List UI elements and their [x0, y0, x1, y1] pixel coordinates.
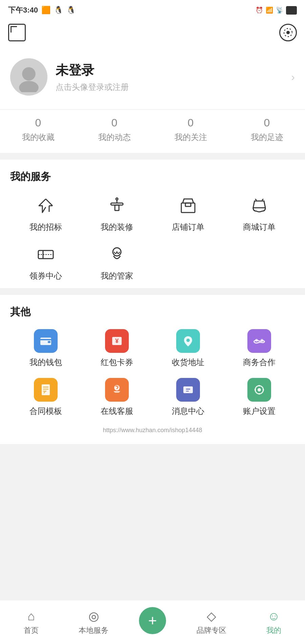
settings-icon	[283, 28, 293, 37]
service-grid: 我的招标 我的装修 店铺订单	[10, 194, 295, 281]
service-bid[interactable]: 我的招标	[10, 194, 81, 233]
svg-rect-12	[185, 203, 191, 206]
svg-point-24	[186, 339, 190, 342]
butler-icon-wrap	[105, 243, 129, 266]
watermark: https://www.huzhan.com/ishop14448	[10, 423, 295, 437]
nav-brand-label: 品牌专区	[197, 625, 226, 636]
contract-icon	[39, 383, 53, 397]
stat-num-footprint: 0	[264, 117, 270, 129]
profile-hint: 点击头像登录或注册	[56, 82, 295, 93]
profile-name: 未登录	[56, 62, 295, 79]
stat-label-favorites: 我的收藏	[22, 132, 55, 143]
alarm-icon: ⏰	[256, 6, 263, 14]
other-account-settings[interactable]: 账户设置	[224, 378, 295, 417]
account-settings-icon-wrap	[247, 378, 271, 402]
message-label: 消息中心	[172, 406, 204, 417]
stats-section: 0 我的收藏 0 我的动态 0 我的关注 0 我的足迹	[0, 110, 305, 153]
other-contract[interactable]: 合同模板	[10, 378, 81, 417]
business-icon	[252, 334, 266, 348]
address-icon	[181, 334, 195, 348]
service-shop-order[interactable]: 商城订单	[224, 194, 295, 233]
stat-footprint[interactable]: 0 我的足迹	[251, 117, 283, 143]
service-butler[interactable]: 我的管家	[81, 243, 152, 281]
wallet-icon	[39, 334, 53, 348]
svg-rect-20	[40, 339, 51, 340]
my-services-title: 我的服务	[10, 170, 295, 184]
address-label: 收货地址	[172, 357, 204, 368]
service-renovation-label: 我的装修	[101, 222, 133, 233]
svg-point-26	[261, 339, 263, 342]
shop-order-icon-wrap	[247, 194, 271, 218]
renovation-icon-wrap	[105, 194, 129, 218]
qq-icon: 🐧	[54, 6, 63, 15]
wifi-icon: 📡	[276, 6, 283, 14]
redpacket-icon: ¥	[110, 334, 124, 348]
status-time: 下午3:40 🟧 🐧 🐧	[8, 5, 76, 15]
other-online-service[interactable]: 在线客服	[81, 378, 152, 417]
online-service-icon-wrap	[105, 378, 129, 402]
service-renovation[interactable]: 我的装修	[81, 194, 152, 233]
avatar[interactable]	[10, 58, 47, 96]
settings-button[interactable]	[279, 24, 297, 41]
other-redpacket[interactable]: ¥ 红包卡券	[81, 329, 152, 368]
service-store-order-label: 店铺订单	[172, 222, 204, 233]
account-settings-label: 账户设置	[243, 406, 276, 417]
status-bar: 下午3:40 🟧 🐧 🐧 ⏰ 📶 📡 55	[0, 0, 305, 20]
svg-point-3	[19, 81, 39, 92]
svg-point-2	[22, 67, 36, 81]
nav-local[interactable]: ◎ 本地服务	[77, 609, 110, 636]
other-address[interactable]: 收货地址	[152, 329, 224, 368]
stat-following[interactable]: 0 我的关注	[175, 117, 207, 143]
renovation-icon	[107, 196, 126, 215]
redpacket-icon-wrap: ¥	[105, 329, 129, 353]
stat-label-following: 我的关注	[175, 132, 207, 143]
other-grid: 我的钱包 ¥ 红包卡券 收货地址	[10, 329, 295, 417]
service-coupon-center[interactable]: 领券中心	[10, 243, 81, 281]
svg-point-0	[286, 31, 290, 34]
nav-local-label: 本地服务	[79, 625, 108, 636]
other-message[interactable]: 消息中心	[152, 378, 224, 417]
profile-section[interactable]: 未登录 点击头像登录或注册 ›	[0, 48, 305, 109]
top-action-bar	[0, 20, 305, 48]
nav-home-label: 首页	[24, 625, 39, 636]
scan-button[interactable]	[8, 24, 26, 41]
shop-order-icon	[250, 196, 269, 215]
svg-rect-21	[48, 341, 50, 343]
svg-point-10	[116, 198, 118, 200]
svg-line-13	[255, 199, 257, 200]
signal-icon: 📶	[266, 6, 273, 14]
profile-info: 未登录 点击头像登录或注册	[56, 62, 295, 93]
stat-num-activity: 0	[111, 117, 118, 129]
service-butler-label: 我的管家	[101, 270, 133, 281]
nav-add-button[interactable]: +	[139, 607, 166, 634]
nav-mine-label: 我的	[266, 625, 281, 636]
nav-brand[interactable]: ◇ 品牌专区	[195, 609, 228, 636]
local-icon: ◎	[88, 609, 99, 623]
svg-text:¥: ¥	[115, 338, 119, 344]
other-wallet[interactable]: 我的钱包	[10, 329, 81, 368]
service-bid-label: 我的招标	[29, 222, 62, 233]
profile-arrow[interactable]: ›	[291, 71, 295, 83]
home-icon: ⌂	[27, 609, 35, 623]
address-icon-wrap	[176, 329, 200, 353]
bid-icon-wrap	[34, 194, 58, 218]
plus-icon: +	[148, 612, 157, 629]
brand-icon: ◇	[207, 609, 216, 623]
nav-home[interactable]: ⌂ 首页	[14, 609, 48, 636]
my-services-section: 我的服务 我的招标	[0, 160, 305, 288]
service-store-order[interactable]: 店铺订单	[152, 194, 224, 233]
other-business[interactable]: 商务合作	[224, 329, 295, 368]
time-text: 下午3:40	[8, 5, 38, 15]
online-service-icon	[110, 383, 124, 397]
redpacket-label: 红包卡券	[101, 357, 133, 368]
butler-icon	[107, 245, 126, 264]
stat-favorites[interactable]: 0 我的收藏	[22, 117, 55, 143]
avatar-image	[14, 62, 44, 92]
contract-icon-wrap	[34, 378, 58, 402]
nav-mine[interactable]: ☺ 我的	[257, 609, 291, 636]
store-order-icon	[179, 196, 198, 215]
online-service-label: 在线客服	[101, 406, 133, 417]
mine-icon: ☺	[268, 609, 280, 623]
stat-activity[interactable]: 0 我的动态	[98, 117, 131, 143]
svg-rect-8	[115, 205, 119, 210]
